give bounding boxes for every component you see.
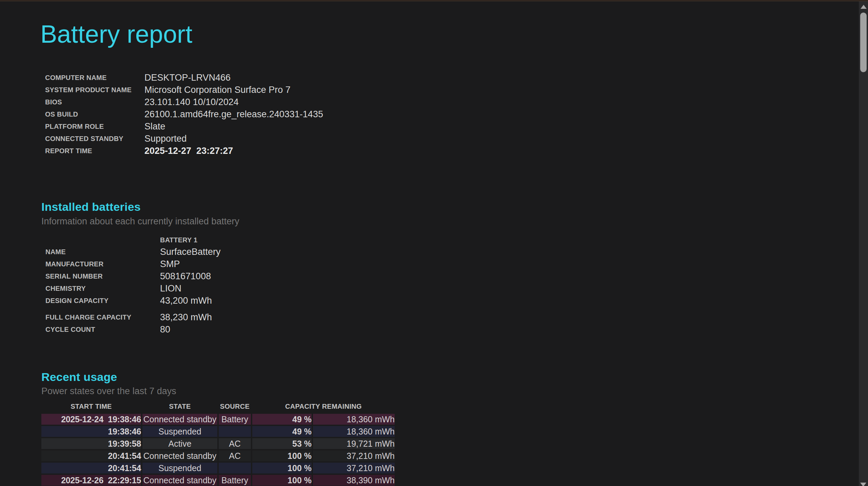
info-label: DESIGN CAPACITY (45, 297, 160, 305)
info-value: 23.101.140 10/10/2024 (144, 97, 435, 107)
source-cell: Battery (219, 414, 251, 425)
vertical-scrollbar[interactable] (859, 1, 868, 486)
state-cell: Connected standby (142, 450, 217, 461)
system-info-row: SYSTEM PRODUCT NAMEMicrosoft Corporation… (41, 84, 435, 96)
capacity-mwh-cell: 37,210 mWh (313, 450, 395, 461)
system-info-row: REPORT TIME2025-12-27 23:27:27 (41, 145, 435, 157)
start-time-cell: 20:41:54 (41, 463, 141, 473)
info-value: SMP (160, 259, 435, 269)
column-header-start-time: START TIME (41, 402, 141, 412)
battery-info-row: CHEMISTRYLION (41, 283, 435, 295)
state-cell: Active (142, 438, 217, 449)
recent-usage-table: START TIMESTATESOURCECAPACITY REMAINING … (40, 400, 396, 486)
usage-row: 20:41:54Suspended100 %37,210 mWh (41, 463, 395, 473)
info-value: 5081671008 (160, 271, 435, 282)
battery-report-page: Battery report COMPUTER NAMEDESKTOP-LRVN… (41, 1, 435, 486)
system-info-row: CONNECTED STANDBYSupported (41, 133, 435, 145)
info-label: COMPUTER NAME (45, 74, 144, 82)
start-time-cell: 2025-12-24 19:38:46 (41, 414, 141, 425)
info-label: FULL CHARGE CAPACITY (45, 313, 160, 321)
info-value: 2025-12-27 23:27:27 (144, 146, 435, 156)
info-value: 43,200 mWh (160, 296, 435, 306)
battery-info-row: SERIAL NUMBER5081671008 (41, 270, 435, 283)
battery-info-row: CYCLE COUNT80 (41, 324, 435, 336)
info-label: BIOS (45, 98, 144, 106)
info-value: Microsoft Corporation Surface Pro 7 (144, 85, 435, 95)
capacity-mwh-cell: 19,721 mWh (313, 438, 395, 449)
start-time-cell: 2025-12-26 22:29:15 (41, 475, 141, 486)
capacity-mwh-cell: 38,390 mWh (313, 475, 395, 486)
capacity-percent-cell: 100 % (252, 463, 312, 473)
usage-row: 2025-12-24 19:38:46Connected standbyBatt… (41, 414, 395, 425)
recent-usage-heading: Recent usage (41, 370, 435, 384)
installed-batteries-section: Installed batteries Information about ea… (41, 200, 435, 336)
page-title: Battery report (40, 20, 435, 48)
battery-info-row: NAMESurfaceBattery (41, 246, 435, 258)
info-value: DESKTOP-LRVN466 (144, 73, 435, 83)
info-value: 26100.1.amd64fre.ge_release.240331-1435 (144, 109, 435, 120)
battery-info-list: NAMESurfaceBatteryMANUFACTURERSMPSERIAL … (41, 246, 435, 336)
state-cell: Connected standby (142, 414, 217, 425)
info-label: CHEMISTRY (45, 285, 160, 292)
capacity-mwh-cell: 37,210 mWh (313, 463, 395, 473)
info-value: Slate (144, 121, 435, 132)
column-header-capacity-remaining: CAPACITY REMAINING (252, 402, 395, 412)
usage-row: 19:38:46Suspended49 %18,360 mWh (41, 426, 395, 437)
system-info-list: COMPUTER NAMEDESKTOP-LRVN466SYSTEM PRODU… (41, 72, 435, 157)
info-label: OS BUILD (45, 110, 144, 118)
source-cell (219, 463, 251, 473)
scroll-up-icon[interactable] (861, 5, 867, 9)
recent-usage-section: Recent usage Power states over the last … (41, 370, 435, 486)
start-time-cell: 19:39:58 (41, 438, 141, 449)
start-time-cell: 20:41:54 (41, 450, 141, 461)
source-cell: AC (219, 438, 251, 449)
usage-row: 19:39:58ActiveAC53 %19,721 mWh (41, 438, 395, 449)
capacity-percent-cell: 100 % (252, 475, 312, 486)
capacity-mwh-cell: 18,360 mWh (313, 426, 395, 437)
battery-column-header: BATTERY 1 (160, 235, 435, 245)
state-cell: Suspended (142, 426, 217, 437)
info-label: SYSTEM PRODUCT NAME (45, 86, 144, 94)
scrollbar-thumb[interactable] (860, 13, 867, 72)
usage-row: 2025-12-26 22:29:15Connected standbyBatt… (41, 475, 395, 486)
capacity-percent-cell: 49 % (252, 426, 312, 437)
capacity-mwh-cell: 18,360 mWh (313, 414, 395, 425)
system-info-row: OS BUILD26100.1.amd64fre.ge_release.2403… (41, 108, 435, 120)
info-label: SERIAL NUMBER (45, 272, 160, 280)
info-label: NAME (45, 248, 160, 256)
info-value: Supported (144, 134, 435, 144)
battery-info-row: MANUFACTURERSMP (41, 258, 435, 270)
system-info-row: BIOS23.101.140 10/10/2024 (41, 96, 435, 108)
info-label: CYCLE COUNT (45, 326, 160, 333)
capacity-percent-cell: 49 % (252, 414, 312, 425)
scroll-down-icon[interactable] (860, 483, 866, 486)
info-value: 38,230 mWh (160, 312, 435, 323)
usage-row: 20:41:54Connected standbyAC100 %37,210 m… (41, 450, 395, 461)
recent-usage-subtitle: Power states over the last 7 days (41, 385, 435, 397)
info-label: MANUFACTURER (45, 260, 160, 268)
info-label: CONNECTED STANDBY (45, 135, 144, 143)
state-cell: Connected standby (142, 475, 217, 486)
state-cell: Suspended (142, 463, 217, 473)
info-label: PLATFORM ROLE (45, 123, 144, 130)
column-header-state: STATE (142, 402, 217, 412)
system-info-row: PLATFORM ROLESlate (41, 120, 435, 133)
battery-info-row: FULL CHARGE CAPACITY38,230 mWh (41, 311, 435, 324)
start-time-cell: 19:38:46 (41, 426, 141, 437)
info-value: 80 (160, 324, 435, 335)
installed-batteries-heading: Installed batteries (41, 200, 435, 214)
source-cell: AC (219, 450, 251, 461)
battery-info-row: DESIGN CAPACITY43,200 mWh (41, 295, 435, 307)
info-label: REPORT TIME (45, 147, 144, 155)
table-header-row: START TIMESTATESOURCECAPACITY REMAINING (41, 402, 395, 412)
info-value: SurfaceBattery (160, 247, 435, 257)
info-value: LION (160, 283, 435, 294)
source-cell: Battery (219, 475, 251, 486)
system-info-row: COMPUTER NAMEDESKTOP-LRVN466 (41, 72, 435, 84)
capacity-percent-cell: 100 % (252, 450, 312, 461)
source-cell (219, 426, 251, 437)
capacity-percent-cell: 53 % (252, 438, 312, 449)
installed-batteries-subtitle: Information about each currently install… (41, 216, 435, 227)
column-header-source: SOURCE (219, 402, 251, 412)
